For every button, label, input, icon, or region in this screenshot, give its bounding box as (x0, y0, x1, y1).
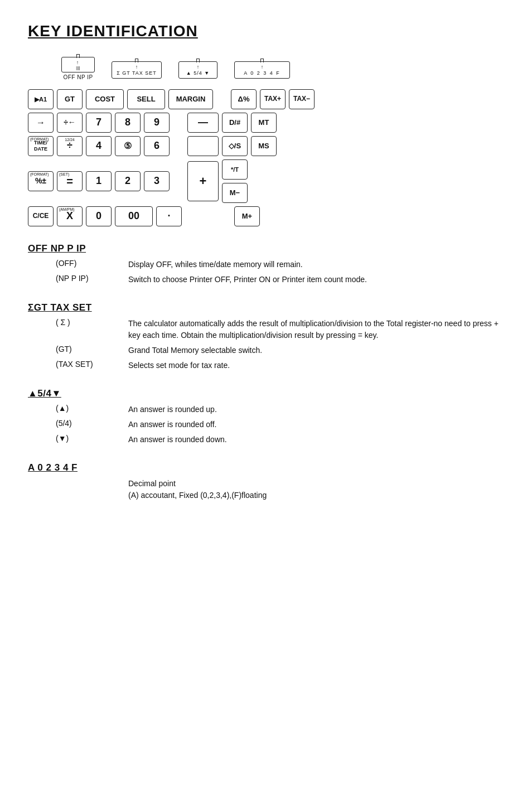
desc-def-gt-3: Selects set mode for tax rate. (128, 360, 504, 371)
key-8: 8 (115, 113, 141, 133)
key-1: 1 (86, 171, 112, 191)
desc-def-off-2: Switch to choose Printer OFF, Printer ON… (128, 274, 504, 285)
key-6: 6 (144, 136, 170, 156)
section-title-gt: ΣGT TAX SET (28, 302, 504, 313)
key-gt: GT (57, 89, 83, 109)
key-divide: ÷ 12/24 (57, 136, 83, 156)
desc-def-round-2: An answer is rounded off. (128, 419, 504, 430)
desc-term-gt-3: (TAX SET) (39, 360, 128, 371)
key-2: 2 (115, 171, 141, 191)
key-margin: MARGIN (168, 89, 213, 109)
key-arrow-right: → (28, 113, 54, 133)
key-4: 4 (86, 136, 112, 156)
section-title-round: ▲5/4▼ (28, 388, 504, 399)
section-round: ▲5/4▼ (▲) An answer is rounded up. (5/4)… (28, 388, 504, 446)
switch-off-np-ip: ↑ |||| OFF NP IP (61, 57, 95, 80)
key-sell: SELL (127, 89, 165, 109)
desc-row-round-2: (5/4) An answer is rounded off. (39, 419, 504, 430)
key-3: 3 (144, 171, 170, 191)
switch-box-round: ↑ ▲ 5/4 ▼ (178, 61, 217, 79)
desc-row-decimal-1: Decimal point (A) accoutant, Fixed (0,2,… (39, 478, 504, 501)
keypad: ▶A1 GT COST SELL MARGIN Δ% TAX+ TAX− → ÷… (28, 89, 504, 226)
desc-def-round-1: An answer is rounded up. (128, 404, 504, 415)
switch-off-arrow: ↑ (76, 60, 80, 65)
desc-def-gt-2: Grand Total Memory selectable switch. (128, 345, 504, 356)
desc-row-off-1: (OFF) Display OFF, whiles time/date memo… (39, 259, 504, 270)
key-minus-wide: — (187, 113, 219, 133)
key-row-5: C/CE X (AM/PM) 0 00 · M+ (28, 206, 504, 226)
key-plus: + (187, 161, 219, 201)
key-cost: COST (86, 89, 124, 109)
tick-off: |||| (75, 66, 81, 70)
desc-table-round: (▲) An answer is rounded up. (5/4) An an… (28, 404, 504, 446)
switch-row: ↑ |||| OFF NP IP ↑ Σ GT TAX SET ↑ (28, 57, 504, 80)
key-5: ⑤ (115, 136, 141, 156)
switch-box-gt: ↑ Σ GT TAX SET (112, 61, 162, 79)
key-row-4: %± (FORMAT) = (SET) 1 2 3 + */T M− (28, 159, 504, 203)
switch-gt-arrow: ↑ (136, 64, 138, 70)
key-7: 7 (86, 113, 112, 133)
desc-term-decimal-1 (39, 478, 128, 501)
section-off-np-ip: OFF NP P IP (OFF) Display OFF, whiles ti… (28, 243, 504, 285)
desc-term-round-1: (▲) (39, 404, 128, 415)
desc-row-gt-1: ( Σ ) The calculator automatically adds … (39, 318, 504, 341)
key-time-date: TIME/DATE (FORMAT) (28, 136, 54, 156)
key-blank-3 (187, 136, 219, 156)
key-tax-minus: TAX− (289, 89, 315, 109)
desc-def-decimal-1: Decimal point (A) accoutant, Fixed (0,2,… (128, 478, 504, 501)
desc-row-round-3: (▼) An answer is rounded down. (39, 434, 504, 446)
desc-table-off: (OFF) Display OFF, whiles time/date memo… (28, 259, 504, 285)
calculator-diagram: ↑ |||| OFF NP IP ↑ Σ GT TAX SET ↑ (28, 57, 504, 226)
desc-term-gt-1: ( Σ ) (39, 318, 128, 341)
key-delta-pct: Δ% (231, 89, 257, 109)
key-col-right: */T M− (222, 159, 248, 203)
section-title-off: OFF NP P IP (28, 243, 504, 254)
key-m-minus: M− (222, 183, 248, 203)
switch-round-arrow: ↑ (197, 64, 200, 70)
key-m-plus: M+ (234, 206, 260, 226)
desc-def-gt-1: The calculator automatically adds the re… (128, 318, 504, 341)
key-a1: ▶A1 (28, 89, 54, 109)
switch-gt-label: Σ GT TAX SET (117, 70, 157, 76)
switch-decimal-arrow: ↑ (261, 64, 264, 70)
switch-label-off: OFF NP IP (63, 74, 93, 80)
key-ms: MS (251, 136, 277, 156)
switch-box-decimal: ↑ A 0 2 3 4 F (234, 61, 290, 79)
desc-def-round-3: An answer is rounded down. (128, 434, 504, 446)
key-dot: · (156, 206, 182, 226)
key-row-3: TIME/DATE (FORMAT) ÷ 12/24 4 ⑤ 6 ◇/S MS (28, 136, 504, 156)
section-decimal: A 0 2 3 4 F Decimal point (A) accoutant,… (28, 462, 504, 501)
desc-table-gt: ( Σ ) The calculator automatically adds … (28, 318, 504, 371)
key-0: 0 (86, 206, 112, 226)
key-pct-pm: %± (FORMAT) (28, 171, 54, 191)
key-star-t: */T (222, 159, 248, 180)
key-cce: C/CE (28, 206, 54, 226)
switch-decimal-label: A 0 2 3 4 F (244, 70, 280, 76)
switch-box-off: ↑ |||| (61, 57, 95, 72)
desc-term-round-2: (5/4) (39, 419, 128, 430)
key-mt: MT (251, 113, 277, 133)
key-row-1: ▶A1 GT COST SELL MARGIN Δ% TAX+ TAX− (28, 89, 504, 109)
desc-term-round-3: (▼) (39, 434, 128, 446)
page-title: KEY IDENTIFICATION (28, 22, 504, 40)
key-div-arrow: ÷← (57, 113, 83, 133)
key-9: 9 (144, 113, 170, 133)
desc-row-off-2: (NP P IP) Switch to choose Printer OFF, … (39, 274, 504, 285)
switch-gt-tax: ↑ Σ GT TAX SET (112, 61, 162, 80)
key-x: X (AM/PM) (57, 206, 83, 226)
key-diamond-s: ◇/S (222, 136, 248, 156)
desc-term-off-1: (OFF) (39, 259, 128, 270)
key-row-2: → ÷← 7 8 9 — D/# MT (28, 113, 504, 133)
desc-row-gt-3: (TAX SET) Selects set mode for tax rate. (39, 360, 504, 371)
desc-term-off-2: (NP P IP) (39, 274, 128, 285)
desc-def-off-1: Display OFF, whiles time/date memory wil… (128, 259, 504, 270)
desc-row-gt-2: (GT) Grand Total Memory selectable switc… (39, 345, 504, 356)
section-title-decimal: A 0 2 3 4 F (28, 462, 504, 473)
section-gt-tax: ΣGT TAX SET ( Σ ) The calculator automat… (28, 302, 504, 371)
switch-round-label: ▲ 5/4 ▼ (186, 70, 210, 76)
key-d-hash: D/# (222, 113, 248, 133)
desc-row-round-1: (▲) An answer is rounded up. (39, 404, 504, 415)
desc-term-gt-2: (GT) (39, 345, 128, 356)
switch-round: ↑ ▲ 5/4 ▼ (178, 61, 217, 80)
desc-table-decimal: Decimal point (A) accoutant, Fixed (0,2,… (28, 478, 504, 501)
